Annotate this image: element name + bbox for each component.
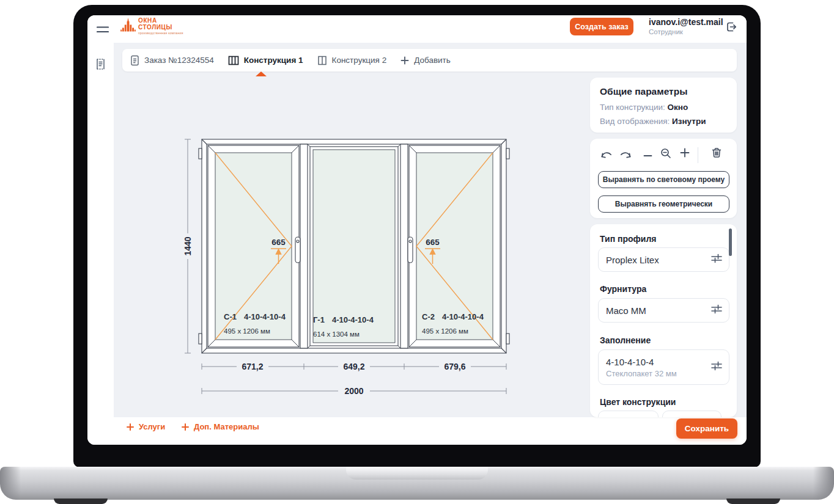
- dim-width-total: 2000: [344, 386, 363, 396]
- app-header: ОКНА СТОЛИЦЫ производственная компания С…: [87, 15, 747, 43]
- dim-width-1: 671,2: [242, 362, 263, 371]
- section-1-size: 495 x 1206 мм: [224, 327, 270, 335]
- general-parameters-title: Общие параметры: [600, 86, 687, 97]
- hinge-right-top: [506, 148, 509, 159]
- profile-type-label: Тип профиля: [600, 234, 656, 244]
- user-info: ivanov.i@test.mail Сотрудник: [649, 17, 723, 35]
- screen-area: ОКНА СТОЛИЦЫ производственная компания С…: [73, 5, 761, 467]
- laptop-notch: [346, 467, 488, 480]
- create-order-button[interactable]: Создать заказ: [570, 18, 633, 35]
- parameters-card: Тип профиля Proplex Litex Фурнитура Maco…: [590, 224, 737, 417]
- tab-order[interactable]: Заказ №12324554: [130, 55, 214, 66]
- minus-icon[interactable]: [643, 151, 652, 162]
- document-icon: [130, 55, 139, 66]
- active-tab-indicator: [256, 71, 267, 76]
- general-parameters-card: Общие параметры Тип конструкции: Окно Ви…: [590, 78, 737, 133]
- hinge-left-bottom: [199, 334, 202, 344]
- plus-icon: [182, 423, 189, 431]
- laptop-base: [0, 467, 834, 500]
- add-services-link[interactable]: Услуги: [127, 422, 165, 431]
- laptop-foot-right: [726, 499, 780, 504]
- center-fixed-glass[interactable]: [313, 150, 395, 343]
- panel-scrollbar[interactable]: [729, 228, 732, 256]
- section-1-label: С-14-10-4-10-4: [224, 312, 286, 321]
- filling-field[interactable]: 4-10-4-10-4 Стеклопакет 32 мм: [598, 349, 729, 385]
- undo-icon[interactable]: [600, 150, 613, 161]
- app-window: ОКНА СТОЛИЦЫ производственная компания С…: [87, 15, 747, 445]
- color-field-2[interactable]: [662, 411, 721, 417]
- materials-label: Доп. Материалы: [194, 422, 259, 431]
- color-field-1[interactable]: [598, 411, 659, 417]
- tab-construction-1[interactable]: Конструкция 1: [228, 56, 303, 65]
- section-3-size: 495 x 1206 мм: [422, 327, 468, 335]
- tab-add-label: Добавить: [414, 56, 451, 65]
- filling-label: Заполнение: [600, 335, 651, 345]
- construction-color-label: Цвет конструкции: [600, 397, 676, 407]
- filling-subtitle: Стеклопакет 32 мм: [606, 369, 677, 378]
- sliders-icon[interactable]: [711, 361, 722, 373]
- company-logo: ОКНА СТОЛИЦЫ производственная компания: [120, 18, 183, 35]
- receipt-icon[interactable]: [95, 58, 106, 73]
- section-2-size: 614 x 1304 мм: [313, 331, 360, 338]
- laptop-foot-left: [54, 499, 108, 504]
- hinge-left-top: [199, 148, 202, 159]
- filling-value: 4-10-4-10-4: [606, 357, 654, 367]
- dim-width-3: 679,6: [444, 362, 465, 371]
- construction-type-row: Тип конструкции: Окно: [600, 103, 688, 112]
- mullion-1: [300, 144, 308, 348]
- mullion-2: [400, 144, 408, 348]
- construction-drawing: 665 665 С-14-10-4-10-4 Г-14-10-4-10-4 С-…: [179, 134, 512, 400]
- user-role: Сотрудник: [649, 28, 723, 35]
- tools-divider: [698, 147, 698, 163]
- hinge-right-bottom: [506, 334, 509, 344]
- hardware-field[interactable]: Maco MM: [598, 298, 729, 323]
- trash-icon[interactable]: [711, 147, 722, 161]
- align-light-opening-button[interactable]: Выравнять по световому проему: [598, 171, 729, 188]
- handle-height-right: 665: [426, 238, 440, 247]
- laptop-mockup: ОКНА СТОЛИЦЫ производственная компания С…: [0, 0, 834, 504]
- view-mode-row: Вид отображения: Изнутри: [600, 117, 706, 126]
- logo-tagline: производственная компания: [138, 32, 183, 35]
- construction-3pane-icon: [228, 56, 239, 65]
- hardware-label: Фурнитура: [600, 284, 646, 294]
- dim-height-total: 1440: [183, 236, 193, 255]
- hardware-value: Maco MM: [606, 305, 646, 316]
- menu-icon[interactable]: [97, 25, 109, 36]
- logout-icon[interactable]: [726, 21, 737, 35]
- tab-construction-2[interactable]: Конструкция 2: [317, 56, 387, 65]
- user-email: ivanov.i@test.mail: [649, 17, 723, 27]
- construction-2pane-icon: [317, 56, 327, 65]
- plus-icon[interactable]: [680, 148, 690, 160]
- handle-height-left: 665: [271, 238, 286, 247]
- plus-icon: [127, 423, 134, 431]
- logo-line2: СТОЛИЦЫ: [138, 24, 183, 31]
- view-mode-label: Вид отображения:: [600, 117, 670, 126]
- profile-type-value: Proplex Litex: [606, 255, 659, 265]
- redo-icon[interactable]: [619, 150, 632, 161]
- construction-type-label: Тип конструкции:: [600, 103, 665, 112]
- add-icon: [400, 56, 409, 65]
- dim-width-2: 649,2: [343, 362, 364, 371]
- mini-sidebar: [87, 43, 114, 445]
- save-button[interactable]: Сохранить: [676, 418, 737, 439]
- right-handle-pin: [409, 240, 411, 243]
- tab-construction-1-label: Конструкция 1: [244, 56, 303, 65]
- tab-order-label: Заказ №12324554: [144, 56, 214, 65]
- zoom-out-icon[interactable]: [660, 148, 671, 161]
- tools-card: Выравнять по световому проему Выравнять …: [590, 139, 737, 218]
- logo-line1: ОКНА: [138, 18, 183, 24]
- profile-type-field[interactable]: Proplex Litex: [598, 247, 729, 272]
- construction-type-value: Окно: [668, 103, 688, 112]
- tab-construction-2-label: Конструкция 2: [332, 56, 387, 65]
- section-3-label: С-24-10-4-10-4: [422, 312, 484, 321]
- sliders-icon[interactable]: [711, 304, 722, 316]
- tab-bar: Заказ №12324554 Конструкция 1 Конструкци…: [122, 49, 737, 71]
- services-label: Услуги: [139, 422, 165, 431]
- tab-add[interactable]: Добавить: [400, 56, 451, 65]
- sliders-icon[interactable]: [711, 254, 722, 266]
- section-2-label: Г-14-10-4-10-4: [313, 315, 374, 324]
- building-icon: [120, 18, 136, 34]
- view-mode-value: Изнутри: [672, 117, 706, 126]
- add-materials-link[interactable]: Доп. Материалы: [182, 422, 259, 431]
- align-geometric-button[interactable]: Выравнять геометрически: [598, 195, 729, 213]
